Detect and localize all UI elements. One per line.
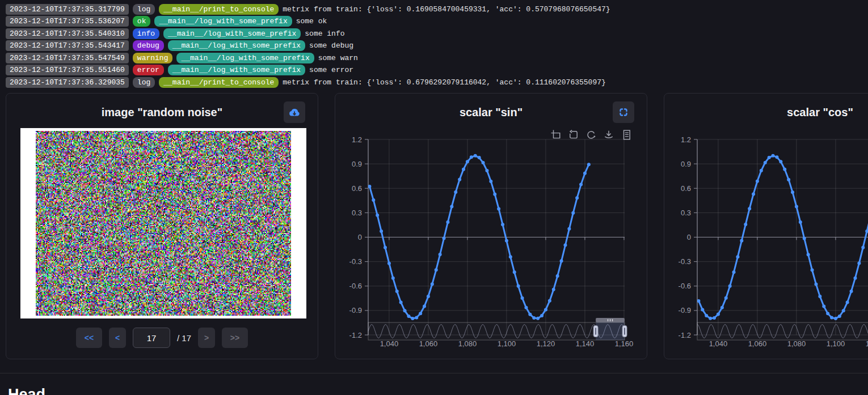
section-divider	[0, 373, 868, 373]
svg-text:0.3: 0.3	[352, 209, 362, 217]
log-module-badge: __main__/log_with_some_prefix	[168, 40, 305, 51]
log-message: some info	[305, 29, 344, 38]
datazoom-slider[interactable]	[697, 318, 868, 340]
svg-text:1,040: 1,040	[709, 339, 728, 348]
log-message: metrix from train: {'loss': 0.6796292079…	[283, 78, 606, 87]
svg-text:0.6: 0.6	[681, 184, 691, 193]
svg-text:0: 0	[687, 233, 691, 241]
log-row: 2023-12-10T17:37:35.543417debug__main__/…	[6, 40, 868, 51]
svg-text:-1.2: -1.2	[679, 331, 691, 339]
pager-first-button[interactable]: <<	[76, 328, 102, 348]
log-timestamp: 2023-12-10T17:37:35.317799	[6, 4, 129, 15]
log-module-badge: __main__/log_with_some_prefix	[176, 53, 314, 63]
svg-text:1,140: 1,140	[576, 339, 595, 348]
cos-line-chart: 1.20.90.60.30-0.3-0.6-0.9-1.21,0401,0601…	[664, 94, 868, 360]
log-timestamp: 2023-12-10T17:37:36.329035	[6, 77, 129, 88]
svg-text:1,040: 1,040	[380, 339, 399, 348]
log-module-badge: __main__/log_with_some_prefix	[154, 16, 292, 27]
svg-text:1,080: 1,080	[458, 339, 477, 348]
pager-total-label: / 17	[177, 333, 191, 343]
svg-text:1,120: 1,120	[537, 339, 555, 348]
svg-text:0.3: 0.3	[681, 209, 691, 217]
pager-next-button[interactable]: >	[198, 328, 215, 348]
svg-text:1.2: 1.2	[352, 135, 362, 144]
log-level-badge: warning	[133, 53, 173, 63]
scalar-cos-card: scalar "cos" 1.20.90.60.30-0.3-0.6-0.9-1…	[664, 93, 868, 359]
image-pager: << < / 17 > >>	[6, 328, 318, 348]
cloud-download-icon	[288, 107, 301, 118]
toolbox-zoom-select-icon[interactable]	[551, 130, 561, 140]
log-timestamp: 2023-12-10T17:37:35.536207	[6, 16, 129, 27]
svg-text:-0.3: -0.3	[349, 257, 362, 266]
svg-text:1,080: 1,080	[787, 339, 806, 348]
svg-text:-0.9: -0.9	[349, 306, 362, 315]
log-level-badge: log	[133, 4, 155, 15]
log-message: metrix from train: {'loss': 0.1690584700…	[283, 5, 610, 14]
log-message: some ok	[296, 17, 327, 26]
svg-text:-0.6: -0.6	[679, 282, 691, 290]
svg-text:1,100: 1,100	[498, 339, 516, 348]
log-row: 2023-12-10T17:37:35.317799log__main__/pr…	[6, 4, 868, 15]
svg-text:1.2: 1.2	[681, 135, 691, 144]
image-card: image "random noise" << < / 17 > >>	[6, 93, 318, 359]
image-download-button[interactable]	[284, 101, 305, 123]
toolbox-zoom-reset-icon[interactable]	[568, 130, 579, 140]
svg-text:1,160: 1,160	[615, 339, 634, 348]
log-message: some error	[309, 66, 353, 74]
toolbox-restore-icon[interactable]	[586, 130, 596, 140]
svg-text:-0.9: -0.9	[679, 306, 691, 315]
image-card-title: image "random noise"	[6, 106, 318, 119]
svg-text:0.9: 0.9	[681, 160, 691, 168]
svg-text:-1.2: -1.2	[349, 331, 362, 339]
log-level-badge: debug	[133, 40, 164, 51]
sin-chart-toolbox	[551, 130, 631, 140]
svg-text:1,120: 1,120	[866, 339, 868, 348]
toolbox-data-view-icon[interactable]	[621, 130, 631, 140]
svg-text:-0.6: -0.6	[349, 282, 362, 290]
log-timestamp: 2023-12-10T17:37:35.543417	[6, 40, 129, 51]
svg-text:-0.3: -0.3	[679, 257, 691, 266]
log-level-badge: error	[133, 65, 164, 75]
log-module-badge: __main__/print_to_console	[159, 77, 279, 88]
log-level-badge: info	[133, 28, 159, 39]
log-message: some debug	[309, 41, 353, 50]
svg-text:1,100: 1,100	[827, 339, 845, 348]
log-row: 2023-12-10T17:37:35.540310info__main__/l…	[6, 28, 868, 39]
log-module-badge: __main__/print_to_console	[159, 4, 279, 15]
log-row: 2023-12-10T17:37:35.547549warning__main_…	[6, 53, 868, 63]
noise-image-plate	[20, 128, 306, 318]
log-timestamp: 2023-12-10T17:37:35.547549	[6, 53, 129, 63]
random-noise-image	[36, 131, 291, 316]
scalar-sin-card: scalar "sin" 1.20.90.60.30-0.3-0.6-0.9-1…	[335, 93, 647, 359]
log-level-badge: log	[133, 77, 155, 88]
log-list: 2023-12-10T17:37:35.317799log__main__/pr…	[0, 0, 868, 91]
pager-last-button[interactable]: >>	[222, 328, 248, 348]
log-message: some warn	[318, 54, 358, 62]
log-module-badge: __main__/log_with_some_prefix	[163, 28, 301, 39]
svg-text:1,060: 1,060	[748, 339, 767, 348]
datazoom-slider[interactable]	[368, 318, 627, 340]
svg-text:0.9: 0.9	[352, 160, 362, 168]
log-row: 2023-12-10T17:37:35.551460error__main__/…	[6, 65, 868, 75]
log-timestamp: 2023-12-10T17:37:35.540310	[6, 28, 129, 39]
pager-prev-button[interactable]: <	[109, 328, 126, 348]
log-row: 2023-12-10T17:37:36.329035log__main__/pr…	[6, 77, 868, 88]
toolbox-save-image-icon[interactable]	[604, 130, 614, 140]
svg-text:0.6: 0.6	[352, 184, 362, 193]
log-row: 2023-12-10T17:37:35.536207ok__main__/log…	[6, 16, 868, 27]
svg-text:0: 0	[358, 233, 362, 241]
log-level-badge: ok	[133, 16, 151, 27]
pager-page-input[interactable]	[133, 328, 170, 348]
datazoom-window[interactable]	[596, 322, 625, 340]
svg-text:1,060: 1,060	[419, 339, 438, 348]
log-row	[6, 0, 868, 2]
bottom-section-heading: Head	[8, 386, 45, 395]
log-module-badge: __main__/log_with_some_prefix	[168, 65, 305, 75]
log-timestamp: 2023-12-10T17:37:35.551460	[6, 65, 129, 75]
